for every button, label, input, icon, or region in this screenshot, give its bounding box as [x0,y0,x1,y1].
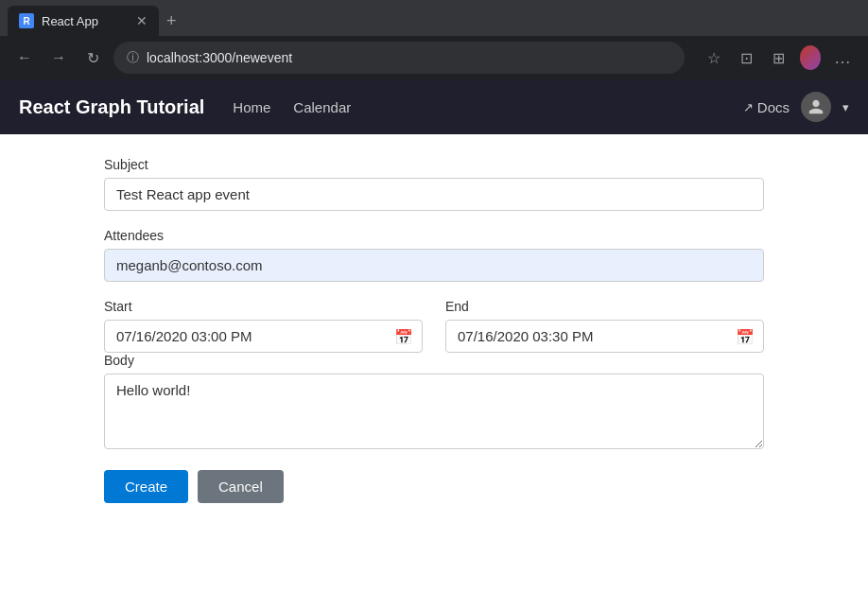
tab-close-button[interactable]: ✕ [136,14,148,27]
end-calendar-icon[interactable]: 📅 [736,327,755,345]
profile-avatar [800,45,821,70]
app-navigation: React Graph Tutorial Home Calendar ↗ Doc… [0,79,868,134]
attendees-group: Attendees [104,228,764,282]
end-label: End [445,299,764,314]
new-event-form: Subject Attendees Start 📅 End 📅 Body Cre… [0,134,868,526]
app-title: React Graph Tutorial [19,96,204,118]
end-group: End 📅 [445,299,764,353]
profile-button[interactable] [796,44,825,72]
active-tab[interactable]: R React App ✕ [8,6,159,36]
subject-input[interactable] [104,178,764,211]
create-button[interactable]: Create [104,470,188,503]
address-input[interactable]: ⓘ localhost:3000/newevent [113,42,685,74]
nav-home-link[interactable]: Home [233,99,270,115]
nav-calendar-link[interactable]: Calendar [293,99,351,115]
star-button[interactable]: ☆ [700,44,728,72]
body-group: Body [104,353,764,453]
start-group: Start 📅 [104,299,423,353]
subject-label: Subject [104,157,764,172]
start-label: Start [104,299,423,314]
button-row: Create Cancel [104,470,764,503]
user-avatar[interactable] [801,92,831,122]
nav-links: Home Calendar [233,99,742,115]
body-label: Body [104,353,764,368]
back-button[interactable]: ← [11,44,38,71]
address-bar: ← → ↻ ⓘ localhost:3000/newevent ☆ ⊡ ⊞ [0,36,868,79]
external-link-icon: ↗ [743,100,754,114]
end-input-wrapper: 📅 [445,320,764,353]
tab-favicon: R [19,13,34,28]
attendees-input[interactable] [104,249,764,282]
nav-right: ↗ Docs ▾ [743,92,849,122]
end-input[interactable] [445,320,764,353]
new-tab-button[interactable]: + [166,11,177,31]
tab-bar: R React App ✕ + [0,0,868,36]
start-calendar-icon[interactable]: 📅 [394,327,413,345]
lock-icon: ⓘ [127,49,139,66]
datetime-row: Start 📅 End 📅 [104,299,764,353]
extensions-button[interactable]: ⊞ [764,44,792,72]
url-text: localhost:3000/newevent [147,50,292,65]
browser-chrome: R React App ✕ + ← → ↻ ⓘ localhost:3000/n… [0,0,868,79]
attendees-label: Attendees [104,228,764,243]
docs-link[interactable]: ↗ Docs [743,99,790,115]
start-input-wrapper: 📅 [104,320,423,353]
refresh-button[interactable]: ↻ [79,44,106,71]
cancel-button[interactable]: Cancel [198,470,284,503]
nav-chevron-icon[interactable]: ▾ [842,100,849,114]
subject-group: Subject [104,157,764,211]
body-textarea[interactable] [104,374,764,449]
browser-menu-button[interactable]: … [828,44,857,72]
collections-button[interactable]: ⊡ [732,44,760,72]
toolbar-icons: ☆ ⊡ ⊞ … [700,44,857,72]
tab-title: React App [42,14,129,28]
start-input[interactable] [104,320,423,353]
user-icon [807,98,825,115]
forward-button[interactable]: → [45,44,72,71]
